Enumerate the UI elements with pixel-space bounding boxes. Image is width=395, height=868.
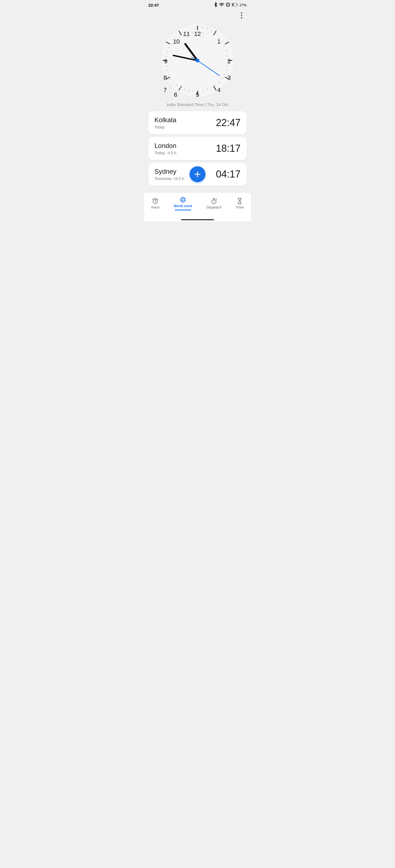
sydney-name: Sydney xyxy=(154,168,184,175)
status-icons: 27% xyxy=(214,2,247,8)
svg-line-37 xyxy=(203,90,203,92)
svg-line-60 xyxy=(202,32,203,34)
svg-rect-5 xyxy=(237,4,238,5)
bluetooth-icon xyxy=(214,2,218,8)
kolkata-day: Today xyxy=(154,125,176,129)
nav-stopwatch[interactable]: Stopwatch xyxy=(202,197,226,210)
svg-text:6: 6 xyxy=(174,91,177,98)
more-options-button[interactable] xyxy=(237,11,246,20)
timer-icon xyxy=(236,198,243,205)
world-clock-icon xyxy=(180,196,186,203)
stopwatch-label: Stopwatch xyxy=(206,206,222,209)
svg-text:5: 5 xyxy=(196,91,199,98)
london-day: Today, -4.5 h xyxy=(154,151,176,155)
home-indicator xyxy=(144,217,251,221)
svg-point-87 xyxy=(181,197,184,202)
svg-text:11: 11 xyxy=(183,30,190,37)
kolkata-time: 22:47 xyxy=(216,117,241,128)
analog-clock: 12 1 2 3 4 5 6 7 8 9 10 11 xyxy=(159,22,236,99)
battery-percentage: 27% xyxy=(239,3,247,7)
svg-text:2: 2 xyxy=(227,58,231,65)
london-card: London Today, -4.5 h 18:17 xyxy=(148,137,247,160)
svg-point-86 xyxy=(180,197,186,202)
svg-line-82 xyxy=(155,202,156,202)
bottom-nav: Alarm World clock Stopwatch xyxy=(144,192,251,217)
nav-timer[interactable]: Timer xyxy=(231,197,248,210)
london-time: 18:17 xyxy=(216,143,241,154)
nav-alarm[interactable]: Alarm xyxy=(147,197,164,210)
timezone-label: India Standard Time | Thu, 24 Oct xyxy=(167,102,228,107)
svg-line-19 xyxy=(202,27,202,29)
battery-icon xyxy=(232,3,238,7)
svg-text:7: 7 xyxy=(164,87,167,93)
svg-line-58 xyxy=(193,32,193,34)
sydney-card: Sydney Tomorrow, +5.5 h 04:17 xyxy=(148,163,247,186)
nav-active-indicator xyxy=(175,210,191,210)
svg-text:4: 4 xyxy=(217,87,221,93)
svg-text:12: 12 xyxy=(194,30,201,37)
svg-text:10: 10 xyxy=(173,38,180,45)
timer-label: Timer xyxy=(236,206,244,209)
svg-text:1: 1 xyxy=(217,38,221,45)
more-options-container xyxy=(144,9,251,20)
home-bar xyxy=(181,219,214,220)
london-name: London xyxy=(154,142,176,150)
city-cards-section: Kolkata Today 22:47 London Today, -4.5 h… xyxy=(144,111,251,186)
status-time: 22:47 xyxy=(148,3,159,7)
wifi-icon xyxy=(219,3,224,7)
kolkata-card: Kolkata Today 22:47 xyxy=(148,111,247,134)
sydney-day: Tomorrow, +5.5 h xyxy=(154,177,184,181)
svg-line-48 xyxy=(165,66,167,66)
svg-point-77 xyxy=(196,59,199,62)
svg-line-83 xyxy=(152,199,153,200)
kolkata-info: Kolkata Today xyxy=(154,116,176,129)
plus-icon xyxy=(194,170,201,178)
svg-text:9: 9 xyxy=(164,58,167,65)
world-clock-label: World clock xyxy=(174,204,192,208)
signal-x-icon xyxy=(226,2,230,8)
sydney-time: 04:17 xyxy=(216,168,241,180)
svg-text:8: 8 xyxy=(164,74,167,81)
sydney-info: Sydney Tomorrow, +5.5 h xyxy=(154,168,184,181)
svg-text:3: 3 xyxy=(227,74,231,81)
analog-clock-container: 12 1 2 3 4 5 6 7 8 9 10 11 India Standar… xyxy=(144,20,251,111)
stopwatch-icon xyxy=(211,198,217,205)
add-city-button[interactable] xyxy=(190,166,205,182)
svg-line-84 xyxy=(157,199,158,200)
nav-world-clock[interactable]: World clock xyxy=(169,195,197,212)
clock-svg: 12 1 2 3 4 5 6 7 8 9 10 11 xyxy=(159,22,236,99)
svg-line-29 xyxy=(227,65,228,66)
alarm-icon xyxy=(152,198,159,205)
london-info: London Today, -4.5 h xyxy=(154,142,176,155)
svg-line-94 xyxy=(216,199,217,199)
svg-line-27 xyxy=(227,56,228,56)
status-bar: 22:47 xyxy=(144,0,251,9)
svg-rect-4 xyxy=(232,4,234,6)
kolkata-name: Kolkata xyxy=(154,116,176,124)
alarm-label: Alarm xyxy=(151,206,160,209)
